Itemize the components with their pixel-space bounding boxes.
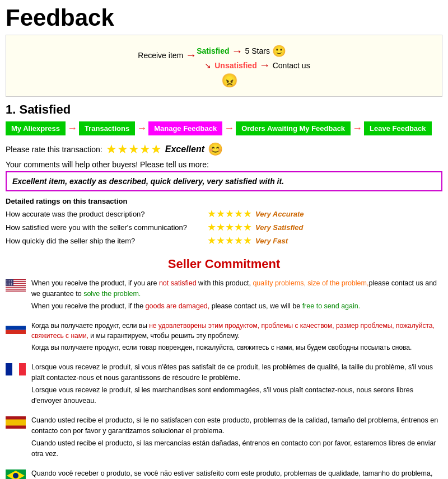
commitment-us-text: When you receive the product, if you are… xyxy=(31,278,442,313)
smile-emoji: 🙂 xyxy=(272,44,286,58)
detail-rating-3: Very Fast xyxy=(255,237,288,245)
detail-rating-1: Very Accurate xyxy=(255,210,304,218)
flow-diagram: Receive item → Satisfied → 5 Stars 🙂 ↘ U… xyxy=(6,35,442,97)
detail-stars-2: ★★★★★ xyxy=(207,221,252,233)
step-arrow-4: → xyxy=(352,123,362,134)
detail-label-2: How satisfied were you with the seller's… xyxy=(6,223,207,232)
flow-arrow2: → xyxy=(232,45,243,58)
section1-header: 1. Satisfied xyxy=(6,102,442,117)
svg-rect-5 xyxy=(6,288,26,289)
flow-satisfied: Satisfied xyxy=(197,46,229,55)
commitment-us: ★ ★ ★ ★ ★ ★ ★ ★ ★ When you receive the p… xyxy=(6,278,442,313)
svg-rect-11 xyxy=(6,322,26,326)
commitment-ru-text: Когда вы получаете продукт, если вы не у… xyxy=(31,321,442,354)
svg-rect-13 xyxy=(6,330,26,334)
step-transactions[interactable]: Transactions xyxy=(79,121,135,135)
step-leave-feedback[interactable]: Leave Feedback xyxy=(364,121,431,135)
svg-rect-4 xyxy=(6,286,26,287)
commitment-fr-text: Lorsque vous recevez le produit, si vous… xyxy=(31,362,442,407)
flow-contact: Contact us xyxy=(273,61,310,70)
seller-commitment: Seller Commitment ★ ★ ★ ★ ★ ★ ★ ★ ★ When… xyxy=(6,257,442,479)
commitment-es: Cuando usted recibe el producto, si le n… xyxy=(6,415,442,461)
comment-box: Excellent item, exactly as described, qu… xyxy=(6,171,442,191)
flow-arrow-diag: ↘ xyxy=(204,61,211,70)
commitment-br-text: Quando você receber o produto, se você n… xyxy=(31,468,442,479)
step-my-aliexpress[interactable]: My Aliexpress xyxy=(6,121,66,135)
steps-navigation: My Aliexpress → Transactions → Manage Fe… xyxy=(6,121,442,135)
commitment-es-text: Cuando usted recibe el producto, si le n… xyxy=(31,415,442,461)
us-flag: ★ ★ ★ ★ ★ ★ ★ ★ ★ xyxy=(6,279,26,292)
svg-rect-14 xyxy=(6,363,12,375)
svg-rect-12 xyxy=(6,326,26,330)
flow-arrow1: → xyxy=(185,49,197,62)
flow-receive: Receive item xyxy=(138,51,183,60)
comment-text: Excellent item, exactly as described, qu… xyxy=(12,177,284,186)
rating-prompt: Please rate this transaction: xyxy=(6,145,102,154)
detail-row-1: How accurate was the product description… xyxy=(6,208,442,220)
seller-commitment-title: Seller Commitment xyxy=(6,257,442,271)
commitment-br: Quando você receber o produto, se você n… xyxy=(6,468,442,479)
detailed-ratings: Detailed ratings on this transaction How… xyxy=(6,197,442,247)
rating-stars: ★★★★★ xyxy=(106,142,162,157)
svg-rect-6 xyxy=(6,290,26,291)
fr-flag xyxy=(6,363,26,375)
flow-arrow3: → xyxy=(259,59,270,72)
detail-stars-1: ★★★★★ xyxy=(207,208,252,220)
detail-label-1: How accurate was the product description… xyxy=(6,210,207,218)
detail-title: Detailed ratings on this transaction xyxy=(6,197,442,205)
svg-point-21 xyxy=(13,473,18,478)
rating-word: Excellent xyxy=(165,144,204,154)
svg-rect-16 xyxy=(19,363,26,375)
svg-rect-18 xyxy=(6,420,26,426)
step-arrow-1: → xyxy=(67,123,77,134)
comment-prompt: Your comments will help other buyers! Pl… xyxy=(6,160,442,169)
detail-row-2: How satisfied were you with the seller's… xyxy=(6,221,442,233)
ru-flag xyxy=(6,322,26,334)
detail-label-3: How quickly did the seller ship the item… xyxy=(6,237,207,245)
detail-stars-3: ★★★★★ xyxy=(207,234,252,247)
flow-unsatisfied: Unsatisfied xyxy=(214,61,256,70)
commitment-fr: Lorsque vous recevez le produit, si vous… xyxy=(6,362,442,407)
commitment-ru: Когда вы получаете продукт, если вы не у… xyxy=(6,321,442,354)
flow-five-stars: 5 Stars xyxy=(245,46,270,55)
detail-row-3: How quickly did the seller ship the item… xyxy=(6,234,442,247)
svg-rect-15 xyxy=(12,363,19,375)
svg-text:★ ★ ★: ★ ★ ★ xyxy=(6,284,12,286)
rating-emoji: 😊 xyxy=(208,142,223,157)
step-arrow-3: → xyxy=(224,123,234,134)
page-title: Feedback xyxy=(6,4,442,31)
es-flag xyxy=(6,416,26,429)
rating-line: Please rate this transaction: ★★★★★ Exce… xyxy=(6,142,442,157)
angry-emoji: 😠 xyxy=(221,73,238,88)
step-arrow-2: → xyxy=(137,123,147,134)
br-flag xyxy=(6,469,26,479)
step-orders-awaiting[interactable]: Orders Awaiting My Feedback xyxy=(236,121,351,135)
detail-rating-2: Very Satisfied xyxy=(255,223,304,232)
step-manage-feedback[interactable]: Manage Feedback xyxy=(148,121,222,135)
